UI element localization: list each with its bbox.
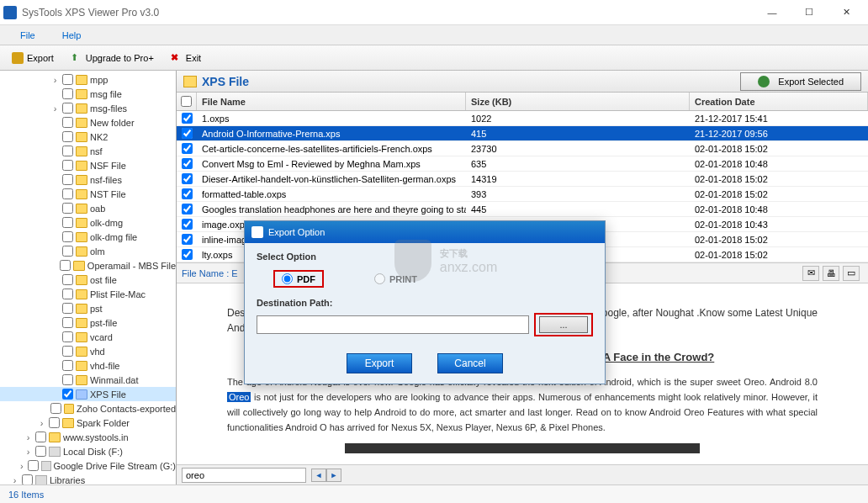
- search-prev-button[interactable]: ◄: [311, 469, 326, 482]
- grid-header-date[interactable]: Creation Date: [690, 93, 868, 110]
- menu-help[interactable]: Help: [49, 30, 95, 40]
- row-checkbox[interactable]: [182, 234, 193, 245]
- tree-item[interactable]: nsf-files: [0, 172, 176, 187]
- browse-button[interactable]: ...: [539, 316, 588, 333]
- tree-twisty[interactable]: ›: [37, 418, 46, 428]
- tree-checkbox[interactable]: [35, 446, 46, 457]
- tree-item[interactable]: ›www.systools.in: [0, 430, 176, 444]
- toolbar-upgrade-button[interactable]: ⬆ Upgrade to Pro+: [64, 50, 161, 66]
- row-checkbox[interactable]: [182, 249, 193, 260]
- minimize-button[interactable]: —: [754, 1, 791, 24]
- preview-tool-1[interactable]: ✉: [802, 266, 819, 281]
- tree-item[interactable]: vcard: [0, 330, 176, 344]
- tree-item[interactable]: nsf: [0, 144, 176, 158]
- tree-checkbox[interactable]: [62, 317, 73, 328]
- folder-tree[interactable]: ›mpp msg file›msg-files New folder NK2 n…: [0, 71, 177, 484]
- tree-checkbox[interactable]: [62, 360, 73, 371]
- table-row[interactable]: 1.oxps102221-12-2017 15:41: [177, 111, 868, 126]
- tree-item[interactable]: XPS File: [0, 387, 176, 401]
- tree-checkbox[interactable]: [62, 389, 73, 400]
- destination-path-input[interactable]: [257, 315, 529, 334]
- tree-checkbox[interactable]: [62, 274, 73, 285]
- search-input[interactable]: [182, 468, 306, 483]
- tree-twisty[interactable]: ›: [19, 461, 26, 471]
- tree-item[interactable]: NSF File: [0, 158, 176, 172]
- option-print-radio[interactable]: [374, 273, 385, 284]
- table-row[interactable]: Cet-article-concerne-les-satellites-arti…: [177, 141, 868, 156]
- tree-checkbox[interactable]: [62, 131, 73, 142]
- tree-item[interactable]: oab: [0, 201, 176, 215]
- tree-checkbox[interactable]: [62, 231, 73, 242]
- tree-item[interactable]: Zoho Contacts-exported: [0, 401, 176, 416]
- tree-checkbox[interactable]: [62, 246, 73, 257]
- tree-item[interactable]: vhd-file: [0, 358, 176, 373]
- option-print[interactable]: PRINT: [374, 270, 417, 288]
- tree-item[interactable]: ›Libraries: [0, 473, 176, 484]
- table-row[interactable]: formatted-table.oxps39302-01-2018 15:02: [177, 187, 868, 202]
- tree-item[interactable]: New folder: [0, 115, 176, 130]
- tree-checkbox[interactable]: [62, 146, 73, 156]
- table-row[interactable]: Dieser-Artikel-handelt-von-künstlichen-S…: [177, 172, 868, 187]
- dialog-cancel-button[interactable]: Cancel: [437, 353, 503, 373]
- tree-item[interactable]: ›msg-files: [0, 101, 176, 115]
- option-pdf[interactable]: PDF: [273, 270, 324, 288]
- preview-tool-3[interactable]: ▭: [843, 266, 860, 281]
- tree-checkbox[interactable]: [62, 217, 73, 228]
- tree-checkbox[interactable]: [62, 74, 73, 85]
- tree-checkbox[interactable]: [62, 188, 73, 199]
- grid-header-checkbox[interactable]: [177, 93, 197, 110]
- grid-header-size[interactable]: Size (KB): [466, 93, 690, 110]
- tree-checkbox[interactable]: [62, 303, 73, 314]
- tree-twisty[interactable]: ›: [24, 432, 33, 442]
- row-checkbox[interactable]: [182, 143, 193, 154]
- tree-checkbox[interactable]: [62, 174, 73, 185]
- tree-item[interactable]: Winmail.dat: [0, 373, 176, 387]
- tree-twisty[interactable]: ›: [24, 447, 33, 457]
- row-checkbox[interactable]: [182, 219, 193, 230]
- row-checkbox[interactable]: [182, 113, 193, 124]
- table-row[interactable]: Convert Msg to Eml - Reviewed by Meghna …: [177, 156, 868, 172]
- tree-item[interactable]: olk-dmg: [0, 215, 176, 230]
- table-row[interactable]: Android O-Informative-Prerna.xps41521-12…: [177, 126, 868, 141]
- grid-header-filename[interactable]: File Name: [197, 93, 466, 110]
- preview-tool-2[interactable]: 🖶: [823, 266, 839, 281]
- dialog-export-button[interactable]: Export: [347, 353, 412, 373]
- tree-checkbox[interactable]: [35, 432, 46, 442]
- toolbar-export-button[interactable]: Export: [5, 50, 61, 66]
- tree-item[interactable]: olk-dmg file: [0, 230, 176, 244]
- row-checkbox[interactable]: [182, 158, 193, 169]
- tree-item[interactable]: pst-file: [0, 315, 176, 330]
- tree-checkbox[interactable]: [62, 331, 73, 342]
- row-checkbox[interactable]: [182, 188, 193, 199]
- tree-item[interactable]: pst: [0, 301, 176, 315]
- tree-item[interactable]: ›Local Disk (F:): [0, 444, 176, 458]
- tree-item[interactable]: olm: [0, 244, 176, 258]
- tree-item[interactable]: NK2: [0, 130, 176, 144]
- tree-checkbox[interactable]: [49, 417, 60, 428]
- menu-file[interactable]: File: [7, 30, 49, 40]
- tree-checkbox[interactable]: [62, 374, 73, 385]
- toolbar-exit-button[interactable]: ✖ Exit: [164, 50, 208, 66]
- select-all-checkbox[interactable]: [181, 96, 192, 107]
- tree-twisty[interactable]: ›: [10, 475, 19, 485]
- tree-item[interactable]: NST File: [0, 187, 176, 201]
- close-button[interactable]: ✕: [828, 1, 865, 24]
- tree-item[interactable]: ›Google Drive File Stream (G:): [0, 458, 176, 473]
- tree-checkbox[interactable]: [62, 88, 73, 99]
- tree-item[interactable]: Operamail - MBS File: [0, 258, 176, 273]
- tree-item[interactable]: vhd: [0, 344, 176, 358]
- tree-item[interactable]: msg file: [0, 87, 176, 101]
- row-checkbox[interactable]: [182, 204, 193, 214]
- tree-item[interactable]: ›Spark Folder: [0, 416, 176, 430]
- tree-item[interactable]: ›mpp: [0, 72, 176, 87]
- tree-checkbox[interactable]: [62, 289, 73, 299]
- tree-checkbox[interactable]: [62, 203, 73, 214]
- row-checkbox[interactable]: [182, 173, 193, 184]
- row-checkbox[interactable]: [182, 128, 193, 139]
- maximize-button[interactable]: ☐: [791, 1, 828, 24]
- tree-twisty[interactable]: ›: [50, 103, 60, 114]
- tree-checkbox[interactable]: [62, 160, 73, 171]
- tree-checkbox[interactable]: [60, 260, 71, 271]
- tree-checkbox[interactable]: [62, 103, 73, 114]
- tree-checkbox[interactable]: [50, 403, 61, 414]
